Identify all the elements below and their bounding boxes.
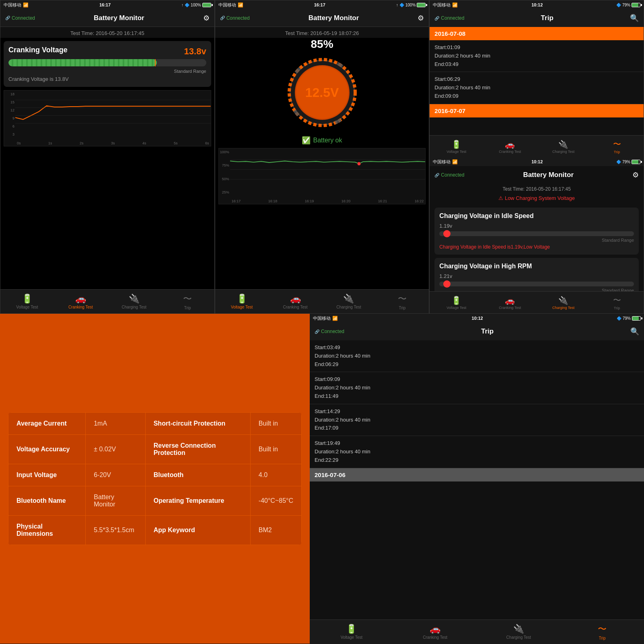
gauge-percent: 85%	[215, 38, 429, 51]
trip-carrier: 中国移动	[313, 315, 331, 321]
specs-cell: Built in	[250, 413, 301, 435]
specs-row: Average Current1mAShort-circuit Protecti…	[8, 413, 302, 435]
charging-test-panel: 中国移动 📶 10:12 🔷 79% Connected Battery Mon…	[430, 157, 644, 313]
trip-text-2: Start:06:29Duration:2 hours 40 minEnd:09…	[434, 75, 639, 100]
rpm-dot	[443, 280, 451, 288]
trip-text-4: Start:09:09Duration:2 hours 40 minEnd:11…	[315, 375, 639, 400]
trip-tab-charging[interactable]: 🔌 Charging Test	[477, 620, 561, 644]
specs-row: Bluetooth NameBattery MonitorOperating T…	[8, 486, 302, 516]
trip-item-5: Start:14:29Duration:2 hours 40 minEnd:17…	[310, 404, 644, 436]
tab-cranking-test-2[interactable]: 🚗 Cranking Test	[269, 290, 322, 313]
wifi-icon-3: 📶	[452, 2, 458, 8]
test-time-2: Test Time: 2016-05-19 18:07:26	[215, 27, 429, 38]
cranking-title: Cranking Voltage	[8, 46, 68, 54]
search-icon[interactable]: 🔍	[630, 14, 639, 23]
charging-tab-charging[interactable]: 🔌 Charging Test	[537, 292, 590, 313]
tab-charging-test-1[interactable]: 🔌 Charging Test	[107, 290, 161, 313]
trip-text-6: Start:19:49Duration:2 hours 40 minEnd:22…	[315, 439, 639, 464]
trip-icon-2: 〜	[398, 293, 407, 305]
date-header-1: 2016-07-08	[430, 27, 644, 40]
cranking-chart: 3 6 9 12 15 18 0s 1s 2s 3s 4s 5s	[4, 90, 211, 146]
charging-wifi: 📶	[452, 159, 458, 165]
voltage-gauge: 12.5V	[282, 52, 362, 133]
tab-voltage-test-1[interactable]: 🔋 Voltage Test	[0, 290, 54, 313]
connected-button-2[interactable]: Connected	[220, 15, 250, 21]
tab-label-charging-1: Charging Test	[122, 305, 147, 309]
tab-label-trip-2: Trip	[399, 306, 405, 310]
cranking-test-icon-2: 🚗	[290, 294, 301, 304]
rpm-voltage-value: 1.21v	[439, 273, 634, 279]
sub-tab-bar: 🔋 Voltage Test 🚗 Cranking Test 🔌 Chargin…	[430, 135, 644, 157]
specs-cell: Battery Monitor	[86, 486, 145, 516]
settings-button-1[interactable]: ⚙	[203, 14, 210, 23]
trip-tab-voltage[interactable]: 🔋 Voltage Test	[310, 620, 393, 644]
phone-screen-3: 中国移动 📶 10:12 🔷 79% Connected Trip 🔍	[429, 0, 644, 314]
trip-search-icon[interactable]: 🔍	[630, 327, 639, 336]
tab-charging-test-2[interactable]: 🔌 Charging Test	[322, 290, 376, 313]
charging-tab-cranking[interactable]: 🚗 Cranking Test	[483, 292, 537, 313]
trip-charging-label: Charging Test	[506, 635, 531, 640]
trip-tab-trip[interactable]: 〜 Trip	[560, 620, 644, 644]
trip-text-5: Start:14:29Duration:2 hours 40 minEnd:17…	[315, 407, 639, 432]
trip-header: Connected Trip 🔍	[430, 9, 644, 27]
gauge-voltage-value: 12.5V	[305, 85, 339, 100]
trip-text-3: Start:03:49Duration:2 hours 40 minEnd:06…	[315, 344, 639, 368]
specs-cell: Bluetooth	[145, 464, 250, 486]
specs-cell: Voltage Accuracy	[8, 435, 86, 464]
settings-button-2[interactable]: ⚙	[418, 14, 424, 23]
sub-tab-cranking[interactable]: 🚗 Cranking Test	[483, 136, 537, 157]
sub-tab-voltage[interactable]: 🔋 Voltage Test	[430, 136, 483, 157]
trip-cranking-label: Cranking Test	[423, 635, 447, 640]
voltage-chart-svg	[230, 150, 426, 189]
icons-3: 🔷 79%	[616, 3, 630, 7]
cranking-status: Cranking Voltage is 13.8V	[8, 76, 206, 82]
idle-voltage-value: 1.19v	[439, 223, 634, 229]
trip-item-2: Start:06:29Duration:2 hours 40 minEnd:09…	[430, 72, 644, 104]
voltage-value-1: 13.8v	[184, 46, 206, 57]
low-voltage-text: Low Charging System Voltage	[505, 195, 575, 201]
idle-standard-range: Standard Range	[439, 238, 634, 243]
connected-button-1[interactable]: Connected	[5, 15, 35, 21]
idle-bar	[439, 231, 634, 236]
trip-header-continued: Connected Trip 🔍	[310, 323, 644, 340]
warning-icon: ⚠	[498, 195, 503, 201]
voltage-bar-fill	[8, 59, 157, 66]
app-title-2: Battery Monitor	[309, 14, 359, 22]
tab-trip-2[interactable]: 〜 Trip	[375, 290, 429, 313]
wifi-icon-2: 📶	[238, 2, 243, 8]
specs-cell: Input Voltage	[8, 464, 86, 486]
battery-icon-1	[202, 3, 211, 7]
connected-button-3[interactable]: Connected	[434, 15, 464, 21]
trip-trip-icon: 〜	[598, 623, 607, 635]
trip-voltage-icon: 🔋	[346, 624, 357, 634]
specs-cell: Reverse Connection Protection	[145, 435, 250, 464]
sub-tab-charging[interactable]: 🔌 Charging Test	[537, 136, 590, 157]
trip-batt-icon	[632, 316, 641, 321]
tab-cranking-test-1[interactable]: 🚗 Cranking Test	[54, 290, 107, 313]
trip-tab-cranking[interactable]: 🚗 Cranking Test	[393, 620, 477, 644]
specs-cell: -40°C~85°C	[250, 486, 301, 516]
tab-bar-2: 🔋 Voltage Test 🚗 Cranking Test 🔌 Chargin…	[215, 289, 429, 313]
charging-tab-voltage[interactable]: 🔋 Voltage Test	[430, 292, 483, 313]
tab-voltage-test-2[interactable]: 🔋 Voltage Test	[215, 290, 269, 313]
idle-dot	[443, 230, 451, 237]
sub-tab-trip[interactable]: 〜 Trip	[590, 136, 644, 157]
trip-charging-icon: 🔌	[513, 624, 524, 634]
tab-trip-1[interactable]: 〜 Trip	[161, 290, 214, 313]
specs-section: Average Current1mAShort-circuit Protecti…	[0, 314, 310, 644]
charging-nav: Connected Battery Monitor ⚙	[430, 166, 644, 184]
charging-connected[interactable]: Connected	[434, 172, 464, 178]
sub-trip-icon: 〜	[613, 139, 621, 150]
arrow-icon-1: ↑	[181, 3, 183, 7]
battery-text-1: 100%	[191, 3, 201, 7]
charging-tab-trip[interactable]: 〜 Trip	[590, 292, 644, 313]
charging-settings[interactable]: ⚙	[632, 171, 639, 179]
specs-cell: 4.0	[250, 464, 301, 486]
trip-connected-btn[interactable]: Connected	[315, 329, 344, 334]
app-header-2: Connected Battery Monitor ⚙	[215, 9, 429, 27]
battery-text-2: 100%	[405, 3, 416, 7]
voltage-indicator	[155, 59, 156, 66]
battery-icon-3	[632, 3, 640, 7]
trip-item-6: Start:19:49Duration:2 hours 40 minEnd:22…	[310, 436, 644, 468]
rpm-bar	[439, 282, 634, 286]
